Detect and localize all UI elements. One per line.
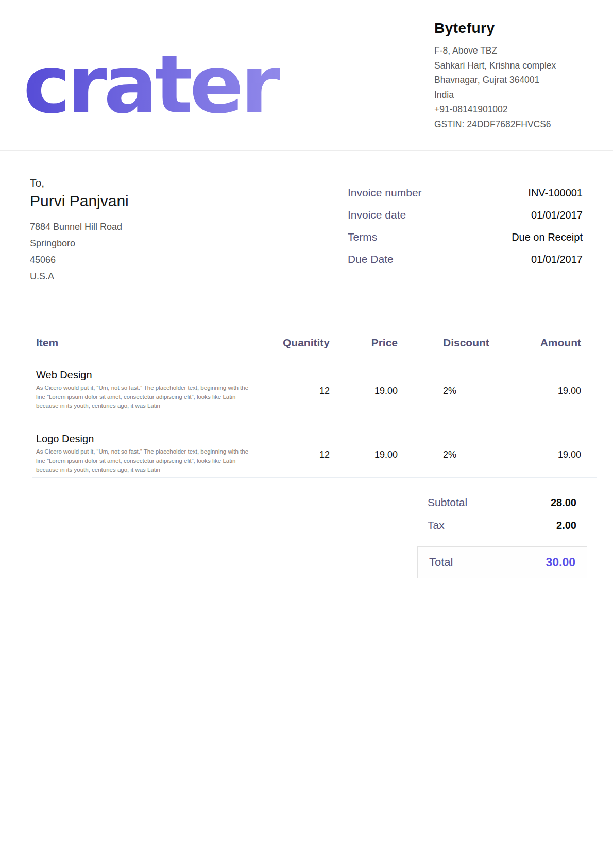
item-price: 19.00: [330, 431, 398, 475]
invoice-number-value: INV-100001: [528, 187, 583, 199]
invoice-date-label: Invoice date: [348, 209, 406, 221]
col-header-discount: Discount: [398, 335, 498, 350]
subtotal-label: Subtotal: [428, 496, 467, 509]
company-address-line: India: [434, 88, 604, 103]
item-quantity: 12: [258, 431, 330, 475]
company-phone: +91-08141901002: [434, 102, 604, 117]
meta-row-due-date: Due Date 01/01/2017: [348, 253, 583, 266]
due-date-value: 01/01/2017: [531, 254, 583, 265]
tax-label: Tax: [428, 519, 445, 532]
company-name: Bytefury: [434, 20, 604, 37]
bill-to-address-line: Springboro: [30, 235, 246, 252]
item-amount: 19.00: [498, 367, 581, 411]
item-row: Web Design As Cicero would put it, “Um, …: [36, 367, 613, 411]
bill-to-block: To, Purvi Panjvani 7884 Bunnel Hill Road…: [30, 176, 246, 285]
company-address-line: Sahkari Hart, Krishna complex: [434, 58, 604, 73]
col-header-amount: Amount: [498, 335, 581, 350]
bill-to-label: To,: [30, 176, 246, 190]
item-description: As Cicero would put it, “Um, not so fast…: [36, 383, 257, 411]
tax-value: 2.00: [556, 520, 576, 531]
total-value: 30.00: [546, 556, 575, 570]
terms-label: Terms: [348, 231, 377, 243]
item-cell: Logo Design As Cicero would put it, “Um,…: [36, 431, 258, 475]
tax-row: Tax 2.00: [428, 519, 576, 532]
bill-to-name: Purvi Panjvani: [30, 191, 246, 211]
total-label: Total: [429, 556, 453, 569]
invoice-date-value: 01/01/2017: [531, 209, 583, 221]
item-amount: 19.00: [498, 431, 581, 475]
crater-logo: crater: [23, 45, 291, 123]
bill-to-address-line: 7884 Bunnel Hill Road: [30, 219, 246, 235]
col-header-price: Price: [330, 335, 398, 350]
bill-to-address-line: 45066: [30, 252, 246, 268]
bill-to-address: 7884 Bunnel Hill Road Springboro 45066 U…: [30, 219, 246, 285]
col-header-item: Item: [36, 335, 258, 350]
total-box: Total 30.00: [417, 546, 587, 578]
bill-to-address-line: U.S.A: [30, 268, 246, 285]
company-address-line: Bhavnagar, Gujrat 364001: [434, 73, 604, 88]
item-cell: Web Design As Cicero would put it, “Um, …: [36, 367, 258, 411]
col-header-quantity: Quanitity: [258, 335, 330, 350]
company-address: F-8, Above TBZ Sahkari Hart, Krishna com…: [434, 43, 604, 131]
meta-row-invoice-number: Invoice number INV-100001: [348, 187, 583, 200]
meta-row-invoice-date: Invoice date 01/01/2017: [348, 209, 583, 222]
terms-value: Due on Receipt: [512, 231, 583, 243]
crater-logo-text: crater: [23, 45, 280, 123]
invoice-meta: Invoice number INV-100001 Invoice date 0…: [348, 187, 583, 275]
item-discount: 2%: [398, 367, 498, 411]
items-divider: [32, 477, 597, 478]
item-price: 19.00: [330, 367, 398, 411]
items-table-header: Item Quanitity Price Discount Amount: [36, 335, 613, 350]
subtotal-row: Subtotal 28.00: [428, 496, 576, 509]
item-description: As Cicero would put it, “Um, not so fast…: [36, 447, 257, 475]
item-quantity: 12: [258, 367, 330, 411]
company-gstin: GSTIN: 24DDF7682FHVCS6: [434, 117, 604, 132]
item-name: Web Design: [36, 367, 258, 382]
subtotal-value: 28.00: [551, 497, 576, 509]
due-date-label: Due Date: [348, 253, 394, 265]
invoice-header: crater Bytefury F-8, Above TBZ Sahkari H…: [0, 0, 613, 151]
item-row: Logo Design As Cicero would put it, “Um,…: [36, 431, 613, 475]
meta-row-terms: Terms Due on Receipt: [348, 231, 583, 244]
company-address-line: F-8, Above TBZ: [434, 43, 604, 58]
item-discount: 2%: [398, 431, 498, 475]
item-name: Logo Design: [36, 431, 258, 446]
invoice-number-label: Invoice number: [348, 187, 422, 199]
company-block: Bytefury F-8, Above TBZ Sahkari Hart, Kr…: [434, 20, 604, 131]
